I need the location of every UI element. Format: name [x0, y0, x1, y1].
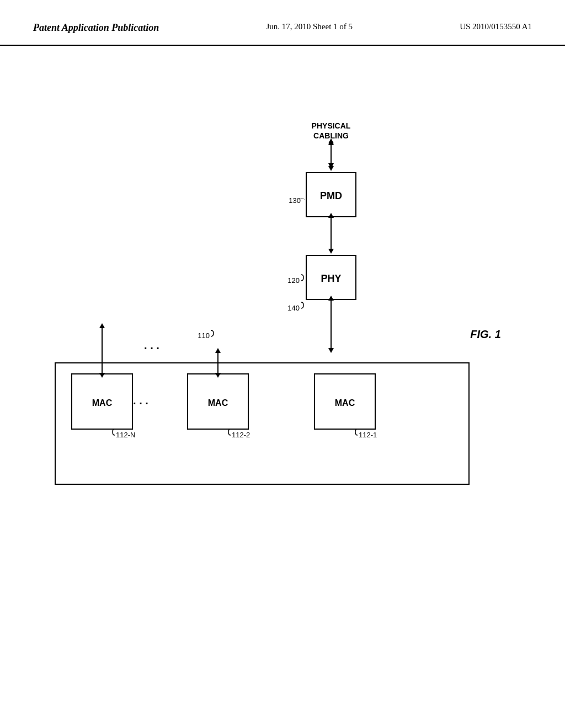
mac1-label: MAC	[335, 398, 355, 408]
pmd-label: PMD	[320, 190, 342, 201]
page-header: Patent Application Publication Jun. 17, …	[0, 0, 565, 46]
phy-label: PHY	[321, 273, 341, 284]
svg-marker-17	[99, 323, 105, 328]
diagram-container: PHYSICAL CABLING PMD 130 ⌒ PHY 120	[0, 57, 565, 663]
macN-label: MAC	[92, 398, 113, 408]
ref-140-arc	[301, 302, 303, 308]
ref-140: 140	[287, 304, 300, 312]
ref-110-arc	[211, 330, 214, 336]
ref-120: 120	[287, 276, 300, 285]
patent-diagram: PHYSICAL CABLING PMD 130 ⌒ PHY 120	[0, 57, 565, 663]
ref-120-arc	[301, 275, 303, 281]
ref-110: 110	[198, 331, 210, 340]
physical-cabling-label: PHYSICAL	[312, 121, 351, 130]
svg-marker-12	[328, 348, 334, 353]
ref-112-N: 112-N	[116, 431, 135, 439]
sheet-info: Jun. 17, 2010 Sheet 1 of 5	[266, 22, 353, 31]
ref-112-2: 112-2	[232, 431, 250, 439]
publication-label: Patent Application Publication	[33, 22, 159, 34]
svg-marker-14	[215, 348, 221, 353]
ref-112-1: 112-1	[359, 431, 377, 439]
ellipsis-bottom: . . .	[133, 394, 148, 406]
svg-marker-6	[328, 166, 334, 171]
mac2-label: MAC	[208, 398, 228, 408]
fig-label: FIG. 1	[470, 328, 501, 340]
ellipsis-top: . . .	[144, 339, 159, 351]
svg-marker-9	[328, 249, 334, 254]
patent-number: US 2010/0153550 A1	[460, 22, 532, 31]
ref-130-brace: ⌒	[298, 197, 306, 206]
